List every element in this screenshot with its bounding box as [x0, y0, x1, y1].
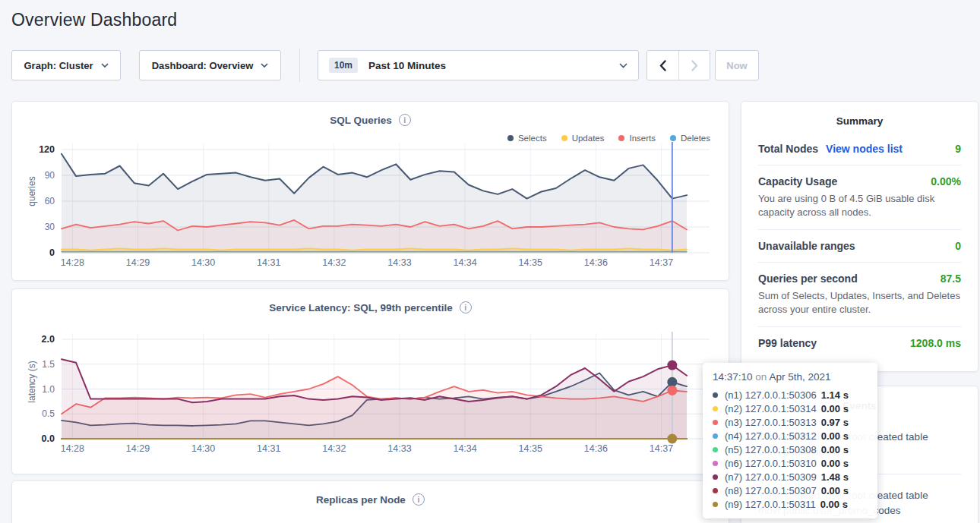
- summary-value: 9: [955, 143, 961, 155]
- node-latency-value: 0.97 s: [821, 417, 849, 428]
- svg-text:0: 0: [49, 247, 55, 258]
- svg-text:14:34: 14:34: [453, 443, 476, 454]
- dashboard-dropdown[interactable]: Dashboard: Overview: [139, 50, 281, 80]
- info-icon[interactable]: i: [413, 493, 425, 506]
- chevron-down-icon: [101, 63, 109, 68]
- chart-hover-tooltip: 14:37:10 on Apr 5th, 2021 (n1) 127.0.0.1…: [703, 363, 877, 518]
- summary-row: Total NodesView nodes list9: [758, 133, 961, 165]
- node-latency-value: 1.48 s: [821, 471, 849, 483]
- toolbar-divider: [299, 49, 300, 82]
- svg-text:14:31: 14:31: [257, 257, 280, 268]
- svg-text:14:31: 14:31: [257, 443, 280, 454]
- summary-row-head: Total NodesView nodes list9: [758, 143, 961, 155]
- node-latency-value: 0.00 s: [821, 444, 849, 455]
- node-address: (n2) 127.0.0.1:50314: [725, 403, 817, 414]
- node-color-dot: [713, 447, 718, 452]
- summary-label: Total Nodes: [758, 143, 818, 155]
- svg-text:14:29: 14:29: [126, 257, 150, 268]
- svg-text:14:34: 14:34: [453, 257, 476, 268]
- svg-text:14:35: 14:35: [519, 257, 542, 268]
- node-address: (n5) 127.0.0.1:50308: [725, 444, 817, 455]
- node-color-dot: [713, 433, 718, 439]
- tooltip-node-row: (n6) 127.0.0.1:503100.00 s: [713, 456, 868, 470]
- svg-text:90: 90: [45, 170, 55, 181]
- summary-row-head: Queries per second87.5: [758, 273, 961, 285]
- tooltip-node-row: (n9) 127.0.0.1:503110.00 s: [713, 497, 868, 511]
- view-nodes-list-link[interactable]: View nodes list: [826, 143, 903, 155]
- node-color-dot: [713, 461, 718, 466]
- node-address: (n3) 127.0.0.1:50313: [725, 417, 817, 428]
- graph-dropdown[interactable]: Graph: Cluster: [11, 50, 121, 80]
- svg-text:14:32: 14:32: [322, 257, 346, 268]
- tooltip-timestamp: 14:37:10 on Apr 5th, 2021: [713, 371, 868, 383]
- node-color-dot: [713, 488, 718, 493]
- time-next-button[interactable]: [678, 51, 710, 80]
- tooltip-node-rows: (n1) 127.0.0.1:503061.14 s(n2) 127.0.0.1…: [713, 388, 868, 511]
- service-latency-chart[interactable]: 14:2814:2914:3014:3114:3214:3314:3414:35…: [12, 289, 729, 474]
- time-range-badge: 10m: [329, 58, 358, 73]
- summary-description: You are using 0 B of 4.5 GiB usable disk…: [758, 192, 961, 219]
- svg-text:14:29: 14:29: [126, 443, 150, 454]
- svg-text:14:30: 14:30: [191, 257, 215, 268]
- summary-row: Queries per second87.5Sum of Selects, Up…: [758, 263, 961, 327]
- svg-text:0.0: 0.0: [42, 433, 55, 444]
- summary-value: 0.00%: [931, 175, 961, 187]
- summary-value: 0: [955, 240, 961, 252]
- tooltip-node-row: (n8) 127.0.0.1:503070.00 s: [713, 484, 868, 497]
- svg-text:14:33: 14:33: [387, 443, 411, 454]
- node-color-dot: [713, 420, 718, 425]
- sql-queries-card: SQL Queries i SelectsUpdatesInsertsDelet…: [11, 101, 729, 281]
- node-address: (n4) 127.0.0.1:50312: [725, 430, 817, 442]
- svg-text:14:30: 14:30: [191, 443, 215, 454]
- node-latency-value: 1.14 s: [821, 389, 849, 401]
- summary-row: P99 latency1208.0 ms: [758, 327, 961, 359]
- node-address: (n1) 127.0.0.1:50306: [725, 389, 817, 401]
- time-range-label: Past 10 Minutes: [368, 60, 446, 71]
- service-latency-card: Service Latency: SQL, 99th percentile i …: [11, 288, 729, 474]
- svg-text:1.0: 1.0: [42, 384, 55, 395]
- chevron-down-icon: [261, 63, 268, 68]
- tooltip-node-row: (n1) 127.0.0.1:503061.14 s: [713, 388, 868, 402]
- summary-value: 1208.0 ms: [910, 337, 961, 349]
- sql-queries-chart[interactable]: 14:2814:2914:3014:3114:3214:3314:3414:35…: [12, 102, 729, 280]
- node-latency-value: 0.00 s: [820, 499, 848, 510]
- graph-dropdown-label: Graph: Cluster: [24, 60, 93, 71]
- summary-row-head: Unavailable ranges0: [758, 240, 961, 252]
- summary-row: Unavailable ranges0: [758, 230, 961, 263]
- svg-text:0.5: 0.5: [42, 408, 55, 419]
- time-pager: [646, 50, 710, 80]
- svg-text:1.5: 1.5: [42, 359, 55, 370]
- time-prev-button[interactable]: [647, 51, 678, 80]
- tooltip-node-row: (n5) 127.0.0.1:503080.00 s: [713, 443, 868, 456]
- svg-text:30: 30: [45, 222, 55, 232]
- svg-text:14:32: 14:32: [322, 443, 346, 454]
- svg-text:2.0: 2.0: [42, 334, 55, 345]
- node-color-dot: [713, 474, 718, 480]
- summary-value: 87.5: [940, 273, 961, 285]
- node-address: (n8) 127.0.0.1:50307: [725, 485, 817, 496]
- time-range-selector[interactable]: 10m Past 10 Minutes: [318, 50, 639, 80]
- chevron-down-icon: [619, 63, 628, 68]
- svg-text:14:35: 14:35: [519, 443, 542, 454]
- tooltip-node-row: (n7) 127.0.0.1:503091.48 s: [713, 470, 868, 484]
- chevron-right-icon: [691, 60, 698, 71]
- svg-text:60: 60: [45, 196, 55, 206]
- node-latency-value: 0.00 s: [821, 458, 849, 469]
- node-color-dot: [713, 406, 718, 411]
- node-color-dot: [713, 392, 718, 398]
- node-address: (n6) 127.0.0.1:50310: [725, 458, 817, 469]
- svg-text:14:28: 14:28: [61, 257, 84, 268]
- node-latency-value: 0.00 s: [821, 485, 849, 496]
- overview-dashboard-page: Overview Dashboard Graph: Cluster Dashbo…: [0, 0, 980, 523]
- replicas-per-node-card: Replicas per Node i: [11, 480, 729, 523]
- dashboard-dropdown-label: Dashboard: Overview: [152, 60, 254, 71]
- now-button[interactable]: Now: [715, 50, 759, 80]
- summary-row-head: P99 latency1208.0 ms: [758, 337, 961, 349]
- page-title: Overview Dashboard: [11, 10, 177, 30]
- svg-text:14:33: 14:33: [387, 257, 411, 268]
- tooltip-node-row: (n4) 127.0.0.1:503120.00 s: [713, 429, 868, 443]
- node-latency-value: 0.00 s: [821, 430, 849, 442]
- summary-row-head: Capacity Usage0.00%: [758, 175, 961, 187]
- tooltip-node-row: (n2) 127.0.0.1:503140.00 s: [713, 402, 868, 415]
- summary-description: Sum of Selects, Updates, Inserts, and De…: [758, 289, 961, 317]
